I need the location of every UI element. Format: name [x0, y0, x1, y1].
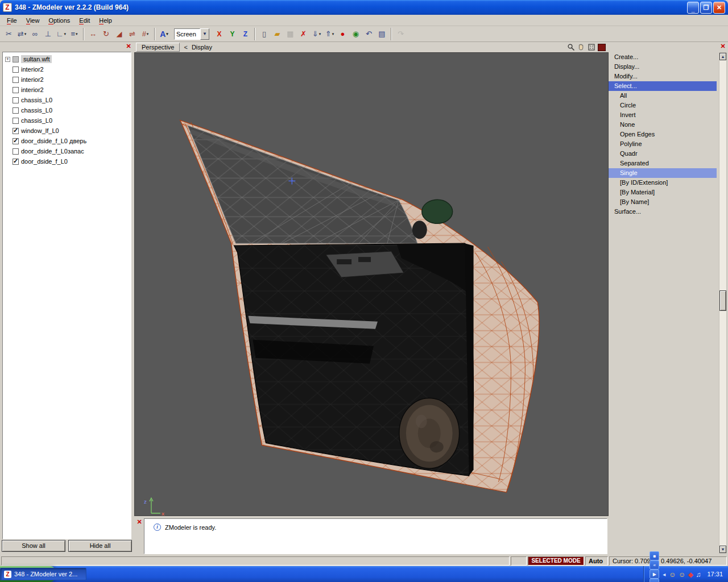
tree-item[interactable]: interior2	[4, 85, 130, 95]
cut-tool-icon[interactable]: ✂	[2, 28, 15, 40]
menu-item-modify[interactable]: Modify...	[609, 72, 717, 81]
axis-z-button[interactable]: Z	[239, 28, 252, 40]
task-zmodeler-window[interactable]: Z 348 - ZModeler ver 2...	[0, 568, 86, 580]
scrollbar-track[interactable]: ▲ ▼	[719, 52, 727, 554]
menu-item-display[interactable]: Display...	[609, 62, 717, 72]
visibility-checkbox[interactable]	[13, 118, 19, 124]
redo-icon[interactable]: ↷	[394, 28, 407, 40]
tree-item-label[interactable]: chassis_L0	[21, 97, 52, 103]
close-commands-icon[interactable]: ✕	[719, 43, 726, 50]
visibility-checkbox[interactable]	[13, 138, 19, 144]
auto-indicator[interactable]: Auto	[585, 556, 608, 566]
stop-button[interactable]: ■	[650, 551, 659, 560]
menu-item-open-edges[interactable]: Open Edges	[609, 130, 717, 139]
menu-item[interactable]: File	[2, 16, 22, 25]
tree-root-label[interactable]: sultan.wft	[21, 55, 52, 63]
close-log-icon[interactable]: ✕	[136, 519, 143, 526]
pan-hand-icon[interactable]	[577, 43, 585, 51]
save-file-icon[interactable]: ▦	[284, 28, 297, 40]
menu-item-separated[interactable]: Separated	[609, 159, 717, 168]
antivirus-icon[interactable]: ◆	[688, 571, 693, 579]
scroll-down-icon[interactable]: ▼	[719, 546, 726, 553]
maximize-view-icon[interactable]	[588, 43, 595, 51]
tree-item[interactable]: chassis_L0	[4, 95, 130, 105]
menu-item[interactable]: Help	[94, 16, 117, 25]
show-all-button[interactable]: Show all	[2, 540, 65, 552]
tree-item[interactable]: chassis_L0	[4, 115, 130, 126]
back-chevron-icon[interactable]: <	[184, 44, 187, 51]
axis-x-button[interactable]: X	[213, 28, 226, 40]
tree-root[interactable]: sultan.wft	[4, 54, 130, 64]
menu-item-by-material[interactable]: [By Material]	[609, 188, 717, 197]
screen-selector[interactable]: Screen	[174, 28, 209, 40]
menu-item-by-name[interactable]: [By Name]	[609, 197, 717, 207]
menu-item-none[interactable]: None	[609, 120, 717, 130]
material-editor-icon[interactable]: ◉	[349, 28, 362, 40]
record-icon[interactable]: ●	[336, 28, 349, 40]
menu-item-surface[interactable]: Surface...	[609, 207, 717, 217]
tree-item-label[interactable]: door_dside_f_L0запас	[21, 148, 84, 155]
menu-item-single[interactable]: Single	[609, 168, 717, 178]
undo-icon[interactable]: ↶	[362, 28, 375, 40]
viewport-3d[interactable]: z x	[134, 52, 609, 516]
tree-item[interactable]: door_dside_f_L0	[4, 156, 130, 167]
scroll-up-icon[interactable]: ▲	[719, 53, 726, 60]
active-view-button[interactable]	[598, 44, 606, 51]
rotate-tool-icon[interactable]: ↻	[100, 28, 113, 40]
scrollbar-thumb[interactable]	[719, 290, 726, 311]
display-menu-label[interactable]: Display	[192, 44, 212, 51]
local-axes-tool-icon[interactable]: ∟	[55, 28, 68, 40]
play-pause-button[interactable]: ▶	[650, 569, 659, 579]
restore-button[interactable]: ❐	[700, 2, 712, 14]
tree-item-label[interactable]: interior2	[21, 66, 44, 73]
export-icon[interactable]: ⇑	[323, 28, 336, 40]
axes-tool-icon[interactable]: ⊥	[42, 28, 55, 40]
expand-icon[interactable]	[5, 57, 10, 62]
next-button[interactable]: »	[650, 579, 659, 582]
menu-item-all[interactable]: All	[609, 91, 717, 101]
visibility-checkbox[interactable]	[13, 66, 19, 73]
zoom-icon[interactable]	[567, 43, 575, 51]
tree-item-label[interactable]: window_lf_L0	[21, 127, 59, 134]
view-mode-button[interactable]: Perspective	[136, 43, 180, 52]
log-list-icon[interactable]: ▤	[375, 28, 388, 40]
menu-item-circle[interactable]: Circle	[609, 101, 717, 110]
tree-item[interactable]: interior2	[4, 74, 130, 85]
messenger-icon[interactable]: ☺	[669, 571, 676, 579]
tree-item-label[interactable]: chassis_L0	[21, 117, 52, 124]
axis-y-button[interactable]: Y	[226, 28, 239, 40]
menu-item-select[interactable]: Select...	[609, 81, 717, 91]
open-folder-icon[interactable]: ▰	[271, 28, 284, 40]
tree-item[interactable]: interior2	[4, 64, 130, 74]
menu-item-by-id-extension[interactable]: [By ID/Extension]	[609, 178, 717, 188]
visibility-checkbox[interactable]	[13, 148, 19, 155]
mirror-tool-icon[interactable]: ⇌	[126, 28, 139, 40]
tree-item-label[interactable]: door_dside_f_L0	[21, 158, 68, 165]
visibility-checkbox[interactable]	[13, 128, 19, 134]
delete-icon[interactable]: ✗	[297, 28, 310, 40]
menu-item[interactable]: Edit	[75, 16, 94, 25]
visibility-checkbox[interactable]	[13, 97, 19, 103]
visibility-checkbox[interactable]	[13, 77, 19, 83]
attach-tool-icon[interactable]: ∞	[28, 28, 42, 40]
new-file-icon[interactable]: ▯	[258, 28, 271, 40]
hide-all-button[interactable]: Hide all	[68, 540, 132, 552]
hide-icons-chevron[interactable]: ◂	[663, 571, 665, 577]
previous-button[interactable]: «	[650, 560, 659, 569]
move-tool-icon[interactable]: ↔	[86, 28, 100, 40]
minimize-button[interactable]: _	[687, 2, 699, 14]
tree-item[interactable]: door_dside_f_L0запас	[4, 146, 130, 156]
tree-item-label[interactable]: interior2	[21, 86, 44, 93]
chevron-down-icon[interactable]	[200, 28, 209, 40]
volume-icon[interactable]: ♫	[696, 571, 701, 579]
tree-item[interactable]: window_lf_L0	[4, 126, 130, 136]
menu-item-create[interactable]: Create...	[609, 52, 717, 62]
tree-item-label[interactable]: chassis_L0	[21, 107, 52, 114]
font-color-button[interactable]: A	[158, 28, 171, 40]
agent-icon[interactable]: ☺	[679, 571, 685, 579]
menu-item[interactable]: Options	[44, 16, 75, 25]
snap-toggle-icon[interactable]: #	[139, 28, 152, 40]
menu-item-polyline[interactable]: Polyline	[609, 139, 717, 149]
menu-item-quadr[interactable]: Quadr	[609, 149, 717, 159]
tool-options-icon[interactable]: ≡	[68, 28, 81, 40]
